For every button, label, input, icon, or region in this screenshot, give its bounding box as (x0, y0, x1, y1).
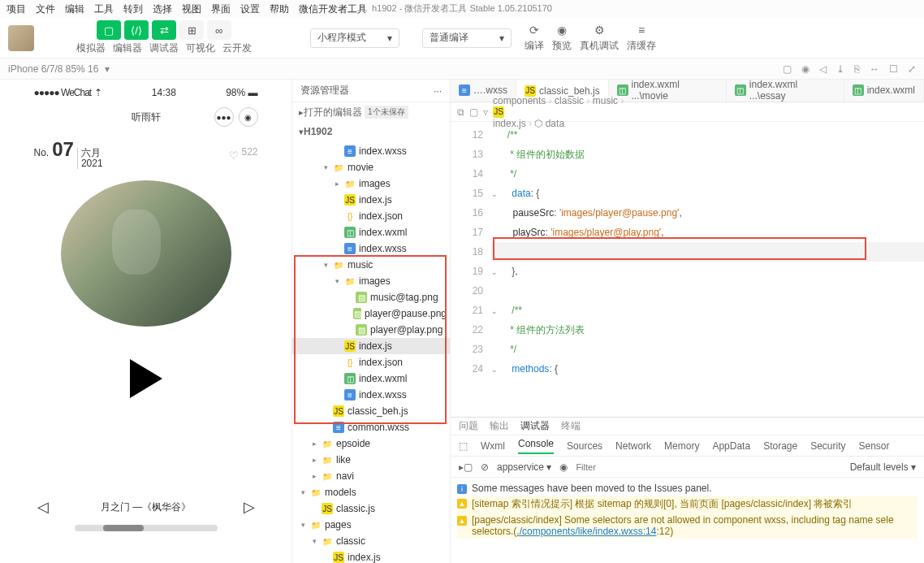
like-button[interactable]: ♡ 522 (229, 146, 258, 162)
open-editors-section[interactable]: ▸ 打开的编辑器 1个未保存 (292, 102, 450, 122)
subbar-icon[interactable]: ⤓ (836, 63, 844, 75)
scope-select[interactable]: appservice ▾ (497, 461, 551, 473)
simulator-button[interactable]: ▢ (97, 20, 121, 40)
tree-node-classic[interactable]: ▾📁classic (292, 533, 450, 549)
dt-tab-调试器[interactable]: 调试器 (520, 419, 550, 433)
tree-node-classic_beh.js[interactable]: JSclassic_beh.js (292, 403, 450, 419)
tree-node-images[interactable]: ▸📁images (292, 175, 450, 192)
tree-node-models[interactable]: ▾📁models (292, 484, 450, 500)
filter-input[interactable] (576, 462, 841, 472)
editor-panel: ≡….wxssJSclassic_beh.js◫index.wxml ...\m… (451, 80, 924, 563)
tree-node-movie[interactable]: ▾📁movie (292, 159, 450, 175)
code-editor[interactable]: 12131415161718192021222324 /** * 组件的初始数据… (451, 122, 924, 417)
dt-panel-Network[interactable]: Network (615, 440, 651, 452)
menu-项目[interactable]: 项目 (6, 2, 26, 16)
dt-panel-AppData[interactable]: AppData (712, 440, 750, 452)
dt-panel-Storage[interactable]: Storage (763, 440, 797, 452)
levels-select[interactable]: Default levels ▾ (850, 461, 916, 473)
app-logo (8, 25, 34, 51)
dt-panel-Security[interactable]: Security (810, 440, 845, 452)
next-icon[interactable]: ▷ (244, 498, 255, 516)
menu-视图[interactable]: 视图 (182, 2, 201, 16)
subbar-icon[interactable]: ◉ (801, 63, 810, 75)
tree-node-index.js[interactable]: JSindex.js (292, 549, 450, 563)
menu-选择[interactable]: 选择 (153, 2, 172, 16)
breadcrumb[interactable]: ⧉ ▢ ▿ components › classic › music › JS … (451, 102, 924, 122)
tree-node-classic.js[interactable]: JSclassic.js (292, 500, 450, 517)
dt-tab-终端[interactable]: 终端 (561, 419, 581, 433)
dt-panel-Sensor[interactable]: Sensor (859, 440, 890, 452)
真机调试-button[interactable]: ⚙真机调试 (580, 23, 619, 53)
menu-设置[interactable]: 设置 (240, 2, 260, 16)
subbar-icon[interactable]: ☐ (889, 63, 898, 75)
clear-icon[interactable]: ⊘ (481, 461, 489, 473)
device-label[interactable]: iPhone 6/7/8 85% 16 (8, 63, 98, 75)
scrollbar[interactable] (75, 525, 218, 531)
tab-index.wxml ...\essay[interactable]: ◫index.wxml ...\essay (727, 80, 844, 102)
subbar-icon[interactable]: ◁ (819, 63, 827, 75)
menu-转到[interactable]: 转到 (123, 2, 143, 16)
prev-icon[interactable]: ◁ (37, 498, 49, 516)
play-button[interactable] (114, 346, 179, 411)
menu-微信开发者工具[interactable]: 微信开发者工具 (299, 2, 367, 16)
tree-node-index.json[interactable]: {}index.json (292, 354, 450, 370)
menu-界面[interactable]: 界面 (211, 2, 231, 16)
menu-编辑[interactable]: 编辑 (65, 2, 84, 16)
sidebar-toggle-icon[interactable]: ▸▢ (459, 461, 473, 473)
capsule-menu[interactable]: ●●● (214, 107, 234, 127)
subbar-icon[interactable]: ⤢ (908, 63, 916, 75)
editor-button[interactable]: ⟨/⟩ (124, 20, 149, 40)
tree-node-player@pause.png[interactable]: ▨player@pause.png (292, 305, 450, 322)
console-output[interactable]: iSome messages have been moved to the Is… (451, 478, 924, 563)
tree-node-index.wxss[interactable]: ≡index.wxss (292, 387, 450, 403)
tab-index.wxml ...\movie[interactable]: ◫index.wxml ...\movie (609, 80, 727, 102)
tree-node-images[interactable]: ▾📁images (292, 273, 450, 289)
tree-node-index.wxml[interactable]: ◫index.wxml (292, 224, 450, 240)
tree-node-music@tag.png[interactable]: ▨music@tag.png (292, 289, 450, 305)
subbar-icon[interactable]: ⎘ (854, 63, 860, 75)
sub-toolbar: iPhone 6/7/8 85% 16▾ ▢◉◁⤓⎘↔☐⤢ (0, 58, 924, 80)
devtools-panel: 问题输出调试器终端 ⬚ WxmlConsoleSourcesNetworkMem… (451, 417, 924, 563)
inspect-icon[interactable]: ⬚ (459, 440, 468, 452)
subbar-icon[interactable]: ▢ (783, 63, 792, 75)
清缓存-button[interactable]: ≡清缓存 (627, 23, 656, 53)
split-icon: ⧉ (457, 106, 464, 118)
tree-node-index.json[interactable]: {}index.json (292, 208, 450, 224)
tree-node-pages[interactable]: ▾📁pages (292, 517, 450, 533)
dt-tab-问题[interactable]: 问题 (459, 419, 478, 433)
编译-button[interactable]: ⟳编译 (525, 23, 544, 53)
tree-node-player@play.png[interactable]: ▨player@play.png (292, 322, 450, 338)
tree-node-epsoide[interactable]: ▸📁epsoide (292, 435, 450, 452)
tree-node-navi[interactable]: ▸📁navi (292, 468, 450, 484)
visual-button[interactable]: ⊞ (179, 20, 204, 40)
menu-工具[interactable]: 工具 (94, 2, 114, 16)
subbar-icon[interactable]: ↔ (870, 63, 879, 75)
tree-node-index.wxss[interactable]: ≡index.wxss (292, 143, 450, 159)
dt-panel-Memory[interactable]: Memory (664, 440, 699, 452)
dt-tab-输出[interactable]: 输出 (490, 419, 509, 433)
menu-帮助[interactable]: 帮助 (270, 2, 289, 16)
tree-node-index.js[interactable]: JSindex.js (292, 338, 450, 354)
dt-panel-Console[interactable]: Console (518, 438, 554, 454)
debugger-button[interactable]: ⇄ (152, 20, 176, 40)
compile-dropdown[interactable]: 普通编译▾ (422, 28, 512, 48)
tree-node-music[interactable]: ▾📁music (292, 257, 450, 273)
phone-status-bar: ●●●●● WeChat ⇡ 14:38 98% ▬ (24, 84, 268, 101)
tree-node-index.js[interactable]: JSindex.js (292, 192, 450, 208)
tree-node-like[interactable]: ▸📁like (292, 452, 450, 468)
more-icon[interactable]: ··· (434, 85, 442, 97)
tree-node-index.wxss[interactable]: ≡index.wxss (292, 240, 450, 257)
tree-node-index.wxml[interactable]: ◫index.wxml (292, 370, 450, 387)
capsule-close[interactable]: ◉ (239, 107, 258, 127)
project-root[interactable]: ▾ H1902 (292, 122, 450, 141)
menu-文件[interactable]: 文件 (36, 2, 55, 16)
mode-dropdown[interactable]: 小程序模式▾ (310, 28, 399, 48)
dt-panel-Sources[interactable]: Sources (567, 440, 602, 452)
tab-index.wxml[interactable]: ◫index.wxml (844, 80, 924, 102)
toolbar-group-1: ▢ ⟨/⟩ ⇄ ⊞ ∞ 模拟器编辑器调试器可视化云开发 (76, 20, 252, 55)
预览-button[interactable]: ◉预览 (552, 23, 572, 53)
tree-node-common.wxss[interactable]: ≡common.wxss (292, 419, 450, 435)
dt-panel-Wxml[interactable]: Wxml (481, 440, 505, 452)
eye-icon[interactable]: ◉ (559, 461, 568, 473)
cloud-button[interactable]: ∞ (207, 20, 231, 40)
